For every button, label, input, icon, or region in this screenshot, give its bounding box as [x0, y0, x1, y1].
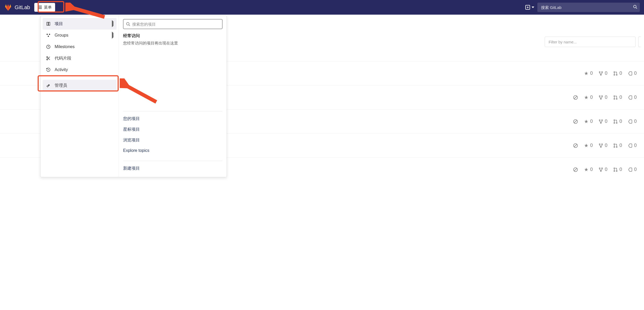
svg-point-13 — [614, 95, 615, 96]
menu-item-label: 代码片段 — [55, 56, 113, 61]
menu-item-label: Milestones — [55, 44, 113, 49]
stat-forks[interactable]: 0 — [599, 143, 607, 148]
brand[interactable]: GitLab — [4, 3, 30, 11]
svg-point-34 — [599, 168, 600, 169]
frequent-heading: 经常访问 — [123, 33, 222, 39]
svg-point-3 — [602, 71, 603, 72]
svg-point-14 — [614, 98, 615, 99]
menu-item-admin[interactable]: 管理员 — [43, 80, 117, 91]
menu-button-label: 菜单 — [44, 5, 52, 10]
stat-merge-requests[interactable]: 0 — [613, 143, 622, 148]
menu-item-label: Activity — [55, 67, 113, 72]
search-icon — [126, 22, 130, 26]
menu-item-label: Groups — [55, 33, 108, 38]
menu-button[interactable]: 菜单 — [34, 3, 55, 12]
new-dropdown[interactable]: + — [525, 5, 534, 10]
top-header: GitLab 菜单 + — [0, 0, 644, 15]
stat-issues[interactable]: 0 — [628, 143, 637, 148]
stat-stars[interactable]: 0 — [584, 71, 593, 76]
stat-issues[interactable]: 0 — [628, 95, 637, 100]
svg-point-29 — [614, 143, 615, 145]
stat-stars[interactable]: 0 — [584, 143, 593, 148]
scissors-icon — [46, 56, 51, 61]
svg-point-35 — [602, 168, 603, 169]
svg-point-23 — [616, 122, 617, 123]
chevron-right-icon — [112, 21, 113, 26]
stat-forks[interactable]: 0 — [599, 95, 607, 100]
svg-point-12 — [600, 98, 601, 99]
svg-point-2 — [599, 71, 600, 72]
stat-merge-requests[interactable]: 0 — [613, 119, 622, 124]
stat-merge-requests[interactable]: 0 — [613, 167, 622, 172]
svg-point-20 — [600, 122, 601, 123]
menu-right-panel: 经常访问 您经常访问的项目将出现在这里 您的项目星标项目浏览项目Explore … — [119, 16, 227, 177]
svg-point-41 — [49, 34, 50, 35]
svg-point-40 — [47, 34, 48, 35]
menu-item-label: 管理员 — [55, 83, 113, 88]
menu-item-4[interactable]: Activity — [43, 64, 117, 76]
filter-by-name-input[interactable] — [545, 37, 636, 47]
blocked-icon — [573, 143, 578, 148]
svg-point-6 — [614, 74, 615, 75]
svg-point-37 — [614, 168, 615, 169]
wrench-icon — [46, 83, 51, 88]
svg-point-36 — [600, 170, 601, 171]
svg-line-25 — [574, 144, 577, 147]
menu-item-2[interactable]: Milestones — [43, 41, 117, 53]
filter-sort-dropdown[interactable] — [638, 37, 641, 47]
blocked-icon — [573, 95, 578, 100]
stat-merge-requests[interactable]: 0 — [613, 71, 622, 76]
frequent-empty-text: 您经常访问的项目将出现在这里 — [123, 41, 222, 46]
stat-stars[interactable]: 0 — [584, 95, 593, 100]
clock-icon — [46, 44, 51, 49]
groups-icon — [46, 33, 51, 38]
menu-link-0[interactable]: 您的项目 — [123, 113, 222, 124]
stat-issues[interactable]: 0 — [628, 71, 637, 76]
svg-point-48 — [126, 22, 129, 25]
svg-line-49 — [129, 25, 130, 26]
project-search-input[interactable] — [132, 22, 220, 26]
svg-point-19 — [602, 119, 603, 120]
svg-point-4 — [600, 74, 601, 75]
stat-forks[interactable]: 0 — [599, 71, 607, 76]
svg-line-17 — [574, 120, 577, 123]
stat-stars[interactable]: 0 — [584, 119, 593, 124]
svg-point-22 — [614, 122, 615, 123]
menu-link-1[interactable]: 星标项目 — [123, 124, 222, 135]
chevron-down-icon — [532, 7, 534, 8]
hamburger-icon — [38, 7, 42, 8]
gitlab-logo-icon — [4, 3, 12, 11]
menu-link-2[interactable]: 浏览项目 — [123, 135, 222, 146]
stat-stars[interactable]: 0 — [584, 167, 593, 172]
book-icon — [46, 21, 51, 26]
stat-forks[interactable]: 0 — [599, 119, 607, 124]
menu-item-1[interactable]: Groups — [43, 30, 117, 41]
svg-point-15 — [616, 98, 617, 99]
menu-link-3[interactable]: Explore topics — [123, 146, 222, 156]
stat-merge-requests[interactable]: 0 — [613, 95, 622, 100]
svg-point-42 — [48, 36, 49, 37]
svg-line-1 — [636, 8, 637, 9]
global-search — [537, 3, 640, 12]
svg-point-38 — [614, 170, 615, 171]
search-icon[interactable] — [633, 5, 637, 10]
svg-point-26 — [599, 143, 600, 145]
svg-point-28 — [600, 146, 601, 147]
global-search-input[interactable] — [537, 3, 640, 12]
stat-issues[interactable]: 0 — [628, 119, 637, 124]
svg-point-21 — [614, 119, 615, 120]
project-search — [123, 19, 222, 29]
menu-item-3[interactable]: 代码片段 — [43, 53, 117, 64]
svg-point-39 — [616, 170, 617, 171]
svg-point-18 — [599, 119, 600, 120]
history-icon — [46, 67, 51, 72]
svg-point-30 — [614, 146, 615, 147]
blocked-icon — [573, 119, 578, 124]
plus-icon: + — [525, 5, 530, 10]
menu-item-0[interactable]: 项目 — [43, 18, 117, 30]
blocked-icon — [573, 167, 578, 172]
stat-forks[interactable]: 0 — [599, 167, 607, 172]
svg-line-9 — [574, 96, 577, 99]
new-project-link[interactable]: 新建项目 — [123, 163, 222, 174]
stat-issues[interactable]: 0 — [628, 167, 637, 172]
